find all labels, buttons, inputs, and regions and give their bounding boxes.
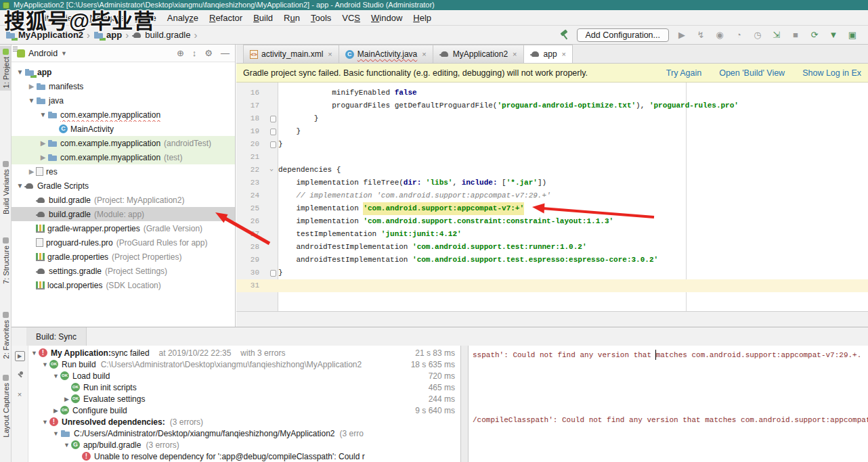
tree-expand-icon[interactable]: ▼	[62, 442, 71, 448]
profile-icon[interactable]: ◔	[733, 29, 745, 41]
tree-expand-icon[interactable]: ▶	[39, 139, 47, 147]
close-tab-icon[interactable]: ×	[328, 50, 332, 58]
tree-expand-icon[interactable]: ▼	[51, 430, 60, 437]
build-tree-item[interactable]: ▶OKConfigure build9 s 640 ms	[28, 405, 460, 416]
tree-item[interactable]: ▶res	[12, 164, 235, 179]
tree-expand-icon[interactable]: ▼	[41, 419, 49, 425]
menu-item-tools[interactable]: Tools	[305, 11, 337, 24]
gradle-sync-icon[interactable]: ⟳	[808, 29, 821, 41]
tool-stripe-1-project[interactable]: 1: Project	[0, 46, 12, 91]
tree-item[interactable]: proguard-rules.pro(ProGuard Rules for ap…	[12, 235, 235, 250]
fold-marker-icon[interactable]	[267, 125, 278, 138]
fold-marker-icon[interactable]	[267, 267, 278, 279]
build-tree-item[interactable]: ▼OKRun buildC:\Users\Administrator\Deskt…	[28, 359, 460, 370]
build-tree-item[interactable]: ▼OKLoad build720 ms	[28, 370, 460, 382]
tree-item[interactable]: build.gradle(Module: app)	[12, 207, 235, 221]
tree-expand-icon[interactable]: ▶	[27, 168, 36, 175]
code-line[interactable]: 17 proguardFiles getDefaultProguardFile(…	[236, 99, 868, 112]
rerun-build-icon[interactable]: ▶	[15, 351, 25, 361]
menu-item-window[interactable]: Window	[366, 11, 408, 24]
locate-icon[interactable]: ⊕	[177, 48, 184, 58]
tree-item[interactable]: ▼java	[12, 93, 235, 108]
tree-item[interactable]: ▶com.example.myapplication(androidTest)	[12, 136, 235, 150]
tree-item[interactable]: build.gradle(Project: MyApplication2)	[12, 193, 235, 207]
tab-activity-main-xml[interactable]: <>activity_main.xml×	[243, 45, 339, 63]
attach-debugger-icon[interactable]: ⇲	[771, 29, 783, 41]
project-view-selector[interactable]: Android	[28, 49, 58, 58]
stop-icon[interactable]: ■	[789, 29, 802, 41]
tool-stripe-layout-captures[interactable]: Layout Captures	[0, 375, 12, 438]
code-line[interactable]: 25 implementation 'com.android.support:a…	[236, 202, 868, 215]
collapse-all-icon[interactable]: ↕	[192, 48, 197, 58]
code-editor[interactable]: 16 minifyEnabled false17 proguardFiles g…	[236, 83, 868, 311]
build-tree-item[interactable]: ▼C:/Users/Administrator/Desktop/xiangmu/…	[28, 428, 460, 439]
coverage-icon[interactable]: ◷	[752, 29, 764, 41]
build-tree-item[interactable]: ▼!My Application: sync failedat 2019/10/…	[28, 347, 460, 359]
avd-manager-icon[interactable]: ▣	[846, 29, 859, 41]
tab-mainactivity-java[interactable]: CMainActivity.java×	[339, 45, 433, 63]
fold-marker-icon[interactable]	[267, 164, 278, 177]
tree-item[interactable]: ▼app	[12, 65, 235, 79]
close-icon[interactable]: ×	[15, 389, 25, 399]
try-again-link[interactable]: Try Again	[666, 68, 701, 78]
open-build-view-link[interactable]: Open 'Build' View	[719, 68, 785, 78]
menu-item-help[interactable]: Help	[408, 11, 437, 24]
build-tree-item[interactable]: !Unable to resolve dependency for ':app@…	[28, 451, 460, 462]
tree-item[interactable]: settings.gradle(Project Settings)	[12, 264, 235, 278]
code-line[interactable]: 27 testImplementation 'junit:junit:4.12'	[236, 228, 868, 241]
tree-expand-icon[interactable]: ▶	[62, 396, 71, 402]
tool-stripe-build-variants[interactable]: Build Variants	[0, 161, 12, 214]
run-icon[interactable]: ▶	[676, 29, 688, 41]
menu-item-vcs[interactable]: VCS	[337, 11, 366, 24]
build-tree-item[interactable]: ▶OKEvaluate settings244 ms	[28, 393, 460, 405]
tree-item[interactable]: ▼Gradle Scripts	[12, 179, 235, 193]
tree-expand-icon[interactable]: ▼	[51, 373, 60, 379]
build-tree-item[interactable]: ▼!Unresolved dependencies:(3 errors)	[28, 416, 460, 428]
tree-expand-icon[interactable]: ▶	[39, 154, 47, 161]
build-tree-item[interactable]: ▼Gapp/build.gradle(3 errors)	[28, 439, 460, 451]
debug-icon[interactable]: ◉	[714, 29, 726, 41]
tree-expand-icon[interactable]: ▼	[27, 97, 36, 104]
add-configuration-button[interactable]: Add Configuration...	[577, 28, 670, 42]
tree-expand-icon[interactable]: ▼	[16, 182, 24, 189]
tool-stripe-2-favorites[interactable]: 2: Favorites	[0, 312, 12, 359]
code-line[interactable]: 21	[236, 151, 868, 164]
tree-item[interactable]: gradle.properties(Project Properties)	[12, 250, 235, 264]
build-tree-item[interactable]: OKRun init scripts465 ms	[28, 382, 460, 393]
tool-stripe-7-structure[interactable]: 7: Structure	[0, 237, 12, 284]
code-line[interactable]: 29 androidTestImplementation 'com.androi…	[236, 254, 868, 267]
menu-item-build[interactable]: Build	[248, 11, 278, 24]
build-sync-tab[interactable]: Build: Sync	[26, 327, 87, 346]
code-line[interactable]: 16 minifyEnabled false	[236, 87, 868, 99]
close-tab-icon[interactable]: ×	[562, 50, 566, 58]
sdk-manager-icon[interactable]: ▼	[827, 29, 840, 41]
code-line[interactable]: 18 }	[236, 112, 868, 125]
tree-expand-icon[interactable]: ▼	[16, 68, 24, 76]
code-line[interactable]: 30}	[236, 267, 868, 279]
fold-marker-icon[interactable]	[267, 138, 278, 151]
menu-item-run[interactable]: Run	[278, 11, 305, 24]
tree-item[interactable]: gradle-wrapper.properties(Gradle Version…	[12, 221, 235, 235]
menu-item-refactor[interactable]: Refactor	[204, 11, 248, 24]
show-log-link[interactable]: Show Log in Ex	[802, 68, 861, 78]
code-line[interactable]: 23 implementation fileTree(dir: 'libs', …	[236, 177, 868, 189]
code-line[interactable]: 28 androidTestImplementation 'com.androi…	[236, 241, 868, 254]
tree-expand-icon[interactable]: ▼	[41, 361, 49, 368]
tree-item[interactable]: ▶com.example.myapplication(test)	[12, 150, 235, 164]
tree-expand-icon[interactable]: ▶	[51, 407, 60, 414]
hide-icon[interactable]: —	[221, 48, 230, 58]
code-line[interactable]: 31	[236, 279, 868, 292]
code-line[interactable]: 22dependencies {	[236, 164, 868, 177]
settings-gear-icon[interactable]: ⚙	[204, 48, 213, 58]
close-tab-icon[interactable]: ×	[513, 50, 517, 58]
pin-icon[interactable]	[16, 371, 24, 379]
tree-expand-icon[interactable]: ▼	[30, 350, 39, 356]
code-line[interactable]: 20}	[236, 138, 868, 151]
tree-item[interactable]: ▼com.example.myapplication	[12, 108, 235, 122]
menu-item-analyze[interactable]: Analyze	[162, 11, 204, 24]
build-error-console[interactable]: sspath': Could not find any version that…	[469, 346, 868, 462]
code-line[interactable]: 26 implementation 'com.android.support.c…	[236, 215, 868, 228]
build-hammer-icon[interactable]	[559, 29, 570, 41]
tree-item[interactable]: local.properties(SDK Location)	[12, 278, 235, 292]
tab-app[interactable]: app×	[523, 45, 573, 63]
